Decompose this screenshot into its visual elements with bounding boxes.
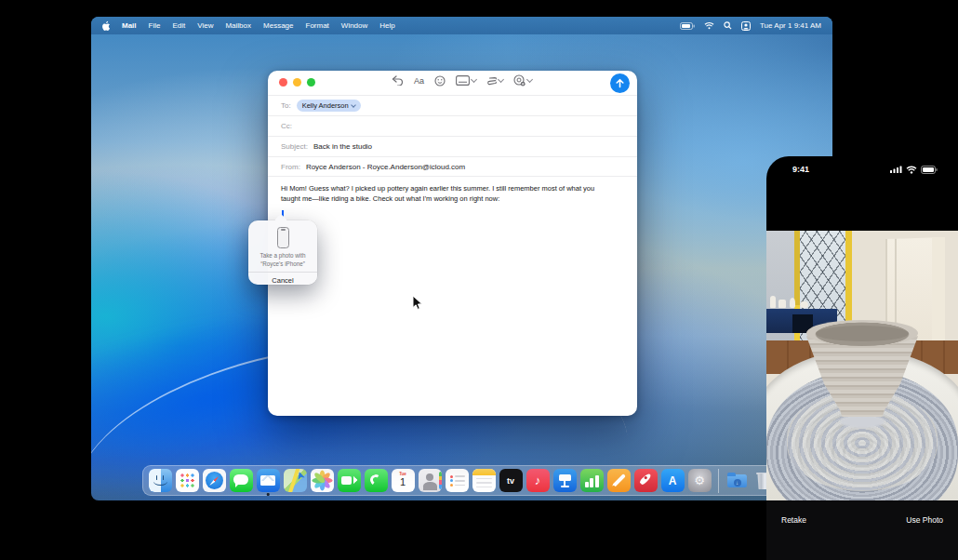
menu-item-mail[interactable]: Mail xyxy=(122,21,137,30)
format-button[interactable]: Aa xyxy=(414,76,424,86)
menu-item-view[interactable]: View xyxy=(197,21,213,30)
message-text: Hi Mom! Guess what? I picked up pottery … xyxy=(281,184,594,203)
wifi-icon[interactable] xyxy=(704,21,714,30)
chevron-down-icon xyxy=(498,76,504,83)
chevron-down-icon xyxy=(471,76,477,83)
dock-finder-icon[interactable] xyxy=(149,469,172,492)
attach-button[interactable] xyxy=(486,75,503,87)
popover-line1: Take a photo with xyxy=(248,252,317,260)
dock-messages-icon[interactable] xyxy=(230,469,253,492)
compose-toolbar: Aa xyxy=(268,71,637,95)
dock-keynote-icon[interactable] xyxy=(553,469,577,492)
window-controls xyxy=(279,78,315,87)
photo-wall xyxy=(766,231,798,352)
tv-glyph: tv xyxy=(507,476,514,486)
format-label: Aa xyxy=(414,76,424,86)
battery-icon[interactable] xyxy=(680,22,695,30)
insert-photo-button[interactable] xyxy=(513,74,532,87)
dock-contacts-icon[interactable] xyxy=(419,469,442,492)
iphone-icon xyxy=(277,227,289,248)
message-body[interactable]: Hi Mom! Guess what? I picked up pottery … xyxy=(268,177,626,219)
dock-music-icon[interactable]: ♪ xyxy=(526,469,550,492)
menu-item-window[interactable]: Window xyxy=(341,21,367,30)
chevron-down-icon xyxy=(526,76,533,83)
photo-pot xyxy=(770,296,776,308)
menu-clock[interactable]: Tue Apr 1 9:41 AM xyxy=(760,21,821,30)
cancel-button[interactable]: Cancel xyxy=(248,273,317,285)
dock-settings-icon[interactable]: ⚙ xyxy=(688,469,712,492)
mac-display: Mail File Edit View Mailbox Message Form… xyxy=(91,17,832,500)
calendar-day: 1 xyxy=(392,477,415,487)
mail-compose-window: Aa xyxy=(268,71,637,416)
dock-downloads-icon[interactable]: ↓ xyxy=(725,469,749,492)
iphone-status-bar: 9:41 xyxy=(766,165,958,174)
from-label: From: xyxy=(281,163,300,171)
iphone-clock: 9:41 xyxy=(792,165,809,174)
send-button[interactable] xyxy=(610,73,630,93)
header-fields-button[interactable] xyxy=(456,75,476,86)
menu-item-message[interactable]: Message xyxy=(263,21,293,30)
dock-calendar-icon[interactable]: Tue 1 xyxy=(392,469,415,492)
dock-facetime-icon[interactable] xyxy=(338,469,361,492)
dock-tv-icon[interactable]: tv xyxy=(499,469,523,492)
from-field[interactable]: From: Royce Anderson - Royce.Anderson@ic… xyxy=(268,156,637,177)
menu-item-help[interactable]: Help xyxy=(379,21,394,30)
dock-reminders-icon[interactable] xyxy=(446,469,469,492)
use-photo-button[interactable]: Use Photo xyxy=(906,515,943,525)
dock-notes-icon[interactable] xyxy=(472,469,496,492)
photo-pot xyxy=(778,300,786,308)
download-arrow-icon: ↓ xyxy=(734,479,741,487)
subject-label: Subject: xyxy=(281,142,308,151)
recipient-name: Kelly Anderson xyxy=(302,101,349,110)
menu-item-mailbox[interactable]: Mailbox xyxy=(225,21,251,30)
menu-bar: Mail File Edit View Mailbox Message Form… xyxy=(91,17,832,34)
recipient-token[interactable]: Kelly Anderson xyxy=(297,100,361,112)
screenshot-stage: Mail File Edit View Mailbox Message Form… xyxy=(0,0,958,560)
cellular-signal-icon xyxy=(890,166,902,173)
camera-review-bar: Retake Use Photo xyxy=(766,500,958,560)
undo-button[interactable] xyxy=(392,75,404,86)
apple-menu-icon[interactable] xyxy=(102,20,113,32)
dock: Tue 1 tv ♪ A ⚙ ↓ xyxy=(142,465,782,496)
subject-value: Back in the studio xyxy=(313,142,372,151)
dock-pages-icon[interactable] xyxy=(607,469,631,492)
cc-field[interactable]: Cc: xyxy=(268,115,637,136)
dock-phone-icon[interactable] xyxy=(365,469,388,492)
close-button[interactable] xyxy=(279,78,287,87)
subject-field[interactable]: Subject: Back in the studio xyxy=(268,136,637,156)
dock-numbers-icon[interactable] xyxy=(580,469,604,492)
to-field[interactable]: To: Kelly Anderson xyxy=(268,95,637,115)
app-menus: Mail File Edit View Mailbox Message Form… xyxy=(122,21,395,30)
from-value: Royce Anderson - Royce.Anderson@icloud.c… xyxy=(306,163,465,171)
wifi-icon xyxy=(906,166,917,174)
gear-icon: ⚙ xyxy=(694,474,705,487)
retake-button[interactable]: Retake xyxy=(781,515,806,525)
dock-divider xyxy=(718,469,719,493)
search-icon[interactable] xyxy=(724,21,732,30)
emoji-button[interactable] xyxy=(434,75,446,87)
camera-preview-photo xyxy=(766,231,958,500)
cc-label: Cc: xyxy=(281,122,292,130)
dock-launchpad-icon[interactable] xyxy=(176,469,199,492)
menu-item-edit[interactable]: Edit xyxy=(172,21,185,30)
chevron-down-icon xyxy=(351,102,356,108)
battery-icon xyxy=(921,166,938,174)
popover-line2: “Royce's iPhone” xyxy=(248,260,317,269)
dock-maps-icon[interactable] xyxy=(284,469,307,492)
menu-item-format[interactable]: Format xyxy=(306,21,329,30)
dock-mail-icon[interactable] xyxy=(257,469,280,492)
iphone-screen: 9:41 Retake xyxy=(766,156,958,560)
dock-rocket-icon[interactable] xyxy=(634,469,658,492)
photo-pot xyxy=(800,301,808,308)
user-switch-icon[interactable] xyxy=(741,21,751,31)
mouse-cursor xyxy=(412,295,423,311)
zoom-button[interactable] xyxy=(307,78,315,87)
appstore-glyph: A xyxy=(669,474,677,487)
photo-clay-bowl xyxy=(806,320,918,430)
minimize-button[interactable] xyxy=(293,78,301,87)
dock-photos-icon[interactable] xyxy=(311,469,334,492)
menu-status-icons: Tue Apr 1 9:41 AM xyxy=(680,21,821,31)
menu-item-file[interactable]: File xyxy=(149,21,161,30)
dock-appstore-icon[interactable]: A xyxy=(661,469,685,492)
dock-safari-icon[interactable] xyxy=(203,469,226,492)
